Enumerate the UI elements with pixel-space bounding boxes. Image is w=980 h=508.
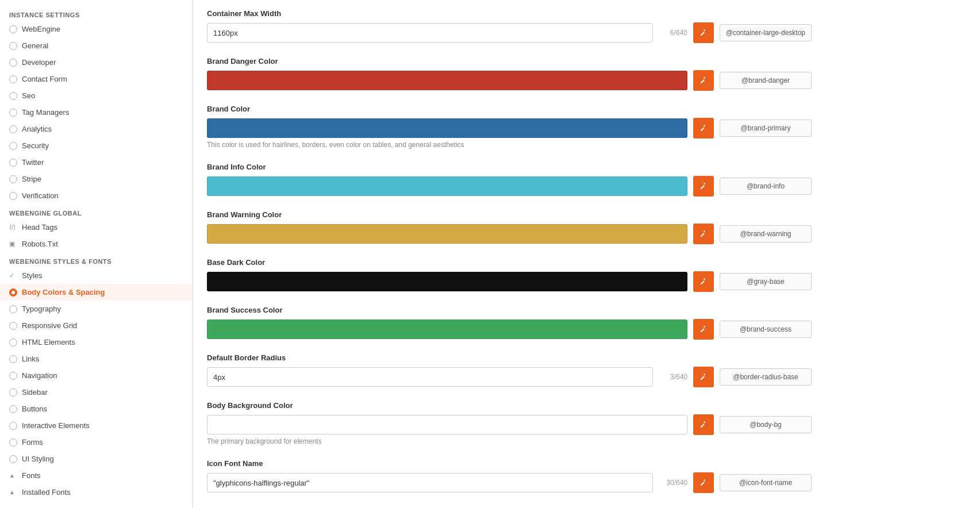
edit-button-brand-color[interactable] xyxy=(693,118,714,138)
token-badge-brand-success-color: @brand-success xyxy=(720,321,812,338)
color-bar-brand-primary xyxy=(207,118,687,138)
edit-button-base-dark-color[interactable] xyxy=(693,271,714,292)
dot-icon xyxy=(9,305,17,313)
edit-button-container-max-width[interactable] xyxy=(693,22,714,43)
sidebar-item-fonts[interactable]: ▲ Fonts xyxy=(0,467,192,484)
sidebar-item-forms[interactable]: Forms xyxy=(0,434,192,451)
color-bar-brand-danger xyxy=(207,71,687,90)
field-label-brand-color: Brand Color xyxy=(207,105,812,113)
color-bar-brand-info xyxy=(207,176,687,196)
field-row-border-radius: 3/640 @border-radius-base xyxy=(207,367,812,387)
input-container-max-width[interactable] xyxy=(207,23,653,43)
edit-button-brand-danger-color[interactable] xyxy=(693,70,714,91)
color-bar-gray-base xyxy=(207,272,687,291)
sidebar-item-sidebar[interactable]: Sidebar xyxy=(0,384,192,401)
token-badge-border-radius: @border-radius-base xyxy=(720,368,812,386)
color-row-brand-warning: @brand-warning xyxy=(207,224,812,244)
dot-icon xyxy=(9,438,17,447)
token-badge-icon-font-name: @icon-font-name xyxy=(720,474,812,491)
token-badge-container-max-width: @container-large-desktop xyxy=(720,24,812,41)
char-count-container-max-width: 6/640 xyxy=(659,29,687,37)
input-border-radius[interactable] xyxy=(207,367,653,387)
sidebar-item-links[interactable]: Links xyxy=(0,351,192,367)
sidebar-section-webengine-global: WEBENGINE GLOBAL xyxy=(0,204,192,219)
sidebar: INSTANCE SETTINGS WebEngine General Deve… xyxy=(0,0,193,508)
sidebar-item-seo[interactable]: Seo xyxy=(0,87,192,104)
sidebar-item-developer[interactable]: Developer xyxy=(0,54,192,71)
field-row-icon-font-name: 30/640 @icon-font-name xyxy=(207,472,812,493)
token-badge-brand-warning-color: @brand-warning xyxy=(720,225,812,243)
sidebar-item-verification[interactable]: Verification xyxy=(0,187,192,204)
char-count-border-radius: 3/640 xyxy=(659,373,687,381)
edit-button-brand-success-color[interactable] xyxy=(693,319,714,340)
char-count-icon-font-name: 30/640 xyxy=(659,479,687,487)
sidebar-item-robots-txt[interactable]: ▣ Robots.Txt xyxy=(0,236,192,252)
sidebar-item-twitter[interactable]: Twitter xyxy=(0,154,192,171)
dot-icon xyxy=(9,75,17,83)
field-brand-info-color: Brand Info Color @brand-info xyxy=(207,163,812,197)
sidebar-item-analytics[interactable]: Analytics xyxy=(0,121,192,137)
sidebar-item-general[interactable]: General xyxy=(0,37,192,54)
pencil-icon xyxy=(700,373,708,381)
field-label-icon-font-name: Icon Font Name xyxy=(207,459,812,468)
edit-button-brand-warning-color[interactable] xyxy=(693,224,714,244)
color-row-gray-base: @gray-base xyxy=(207,271,812,292)
dot-icon xyxy=(9,42,17,50)
dot-icon xyxy=(9,405,17,413)
field-brand-warning-color: Brand Warning Color @brand-warning xyxy=(207,210,812,244)
color-bar-body-bg xyxy=(207,415,687,434)
dot-icon xyxy=(9,125,17,133)
token-badge-body-background-color: @body-bg xyxy=(720,416,812,433)
field-label-brand-success-color: Brand Success Color xyxy=(207,306,812,314)
color-row-brand-danger: @brand-danger xyxy=(207,70,812,91)
check-icon: ✓ xyxy=(9,272,17,279)
sidebar-item-navigation[interactable]: Navigation xyxy=(0,367,192,384)
field-label-body-background-color: Body Background Color xyxy=(207,401,812,410)
sidebar-item-body-colors-spacing[interactable]: Body Colors & Spacing xyxy=(0,284,192,301)
sidebar-item-tag-managers[interactable]: Tag Managers xyxy=(0,104,192,121)
sidebar-item-ui-styling[interactable]: UI Styling xyxy=(0,451,192,467)
input-icon-font-name[interactable] xyxy=(207,473,653,492)
sidebar-item-security[interactable]: Security xyxy=(0,137,192,154)
sidebar-item-interactive-elements[interactable]: Interactive Elements xyxy=(0,417,192,434)
sidebar-item-webengine[interactable]: WebEngine xyxy=(0,21,192,37)
token-badge-brand-danger-color: @brand-danger xyxy=(720,72,812,89)
main-content: Container Max Width 6/640 @container-lar… xyxy=(193,0,980,508)
pencil-icon xyxy=(700,76,708,84)
dot-icon xyxy=(9,338,17,347)
sidebar-item-installed-fonts[interactable]: ▲ Installed Fonts xyxy=(0,484,192,501)
sidebar-item-typography[interactable]: Typography xyxy=(0,301,192,317)
edit-button-brand-info-color[interactable] xyxy=(693,176,714,197)
color-bar-brand-success xyxy=(207,320,687,339)
sidebar-section-styles-fonts: WEBENGINE STYLES & FONTS xyxy=(0,252,192,267)
edit-button-body-background-color[interactable] xyxy=(693,414,714,435)
dot-icon xyxy=(9,159,17,167)
sidebar-item-stripe[interactable]: Stripe xyxy=(0,171,192,187)
pencil-icon xyxy=(700,124,708,132)
dot-icon xyxy=(9,388,17,397)
sidebar-item-styles[interactable]: ✓ Styles xyxy=(0,267,192,284)
edit-button-border-radius[interactable] xyxy=(693,367,714,387)
pencil-icon xyxy=(700,29,708,37)
dot-icon xyxy=(9,175,17,183)
field-hint-brand-color: This color is used for hairlines, border… xyxy=(207,141,812,149)
edit-button-icon-font-name[interactable] xyxy=(693,472,714,493)
token-badge-brand-info-color: @brand-info xyxy=(720,178,812,195)
dot-icon xyxy=(9,455,17,463)
arrow-icon: ▲ xyxy=(9,472,17,479)
sidebar-item-responsive-grid[interactable]: Responsive Grid xyxy=(0,317,192,334)
sidebar-item-html-elements[interactable]: HTML Elements xyxy=(0,334,192,351)
field-brand-color: Brand Color @brand-primary This color is… xyxy=(207,105,812,149)
sidebar-item-contact-form[interactable]: Contact Form xyxy=(0,71,192,87)
color-row-body-bg: @body-bg xyxy=(207,414,812,435)
sidebar-item-head-tags[interactable]: ⟨/⟩ Head Tags xyxy=(0,219,192,236)
file-icon: ▣ xyxy=(9,240,17,248)
pencil-icon xyxy=(700,421,708,429)
field-label-brand-danger-color: Brand Danger Color xyxy=(207,57,812,66)
pencil-icon xyxy=(700,230,708,238)
field-container-max-width: Container Max Width 6/640 @container-lar… xyxy=(207,9,812,43)
field-base-dark-color: Base Dark Color @gray-base xyxy=(207,258,812,292)
sidebar-item-buttons[interactable]: Buttons xyxy=(0,401,192,417)
field-body-background-color: Body Background Color @body-bg The prima… xyxy=(207,401,812,445)
pencil-icon xyxy=(700,479,708,487)
